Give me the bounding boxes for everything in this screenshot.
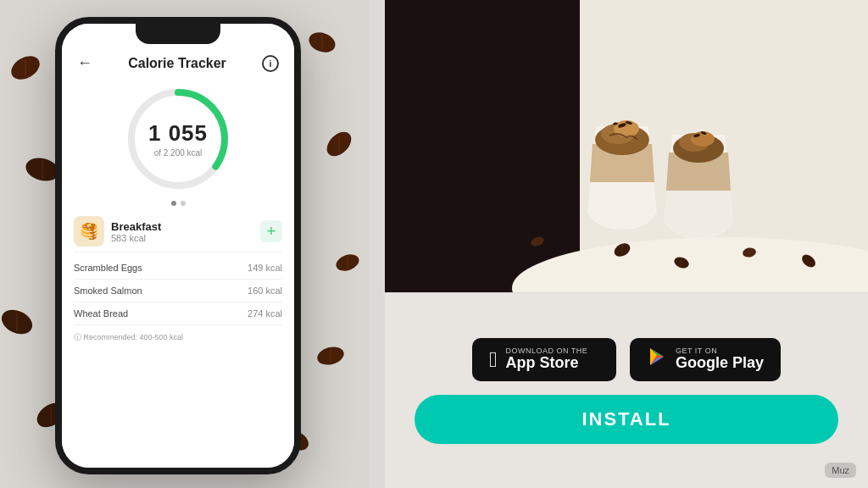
calorie-goal: of 2 200 kcal: [154, 148, 203, 158]
back-button[interactable]: ←: [77, 54, 92, 72]
food-item-2: Smoked Salmon 160 kcal: [74, 280, 282, 302]
google-store-name: Google Play: [676, 355, 764, 372]
food-item-1: Scrambled Eggs 149 kcal: [74, 257, 282, 280]
app-store-button[interactable]:  Download on the App Store: [472, 338, 616, 381]
meal-calories: 583 kcal: [111, 233, 161, 243]
apple-store-name: App Store: [505, 355, 587, 372]
food-name-3: Wheat Bread: [74, 308, 128, 319]
phone-mockup: ← Calorie Tracker i 1 055 of 2 200 kcal: [55, 17, 301, 474]
meal-icon: 🥞: [74, 216, 104, 247]
meal-name: Breakfast: [111, 220, 161, 233]
food-name-2: Smoked Salmon: [74, 286, 142, 296]
recommended-text: ⓘ Recommended: 400-500 kcal: [74, 325, 282, 347]
food-item-3: Wheat Bread 274 kcal: [74, 302, 282, 325]
dot-2: [181, 201, 186, 206]
bottom-cta-area:  Download on the App Store GET IT ON Go…: [385, 293, 868, 488]
add-meal-button[interactable]: +: [260, 220, 282, 242]
apple-icon: : [489, 347, 498, 373]
play-icon: [647, 347, 667, 372]
watermark: Muz: [825, 463, 856, 478]
food-name-1: Scrambled Eggs: [74, 263, 142, 273]
install-button[interactable]: INSTALL: [415, 395, 838, 444]
svg-rect-0: [385, 0, 580, 292]
calorie-ring-section: 1 055 of 2 200 kcal: [62, 75, 294, 209]
app-header: ← Calorie Tracker i: [62, 47, 294, 75]
dot-1: [171, 201, 176, 206]
calorie-count: 1 055: [148, 120, 208, 147]
phone-notch: [136, 24, 220, 44]
food-cal-3: 274 kcal: [248, 308, 282, 319]
info-button[interactable]: i: [262, 55, 279, 72]
google-play-button[interactable]: GET IT ON Google Play: [630, 338, 781, 381]
food-cal-2: 160 kcal: [248, 286, 282, 296]
meal-section: 🥞 Breakfast 583 kcal + Scrambled Eggs 14…: [62, 209, 294, 468]
app-title: Calorie Tracker: [128, 56, 226, 71]
coffee-photo: [385, 0, 868, 292]
food-cal-1: 149 kcal: [248, 263, 282, 273]
page-indicator: [171, 201, 186, 206]
store-buttons:  Download on the App Store GET IT ON Go…: [472, 338, 781, 381]
divider-1: [74, 252, 282, 252]
